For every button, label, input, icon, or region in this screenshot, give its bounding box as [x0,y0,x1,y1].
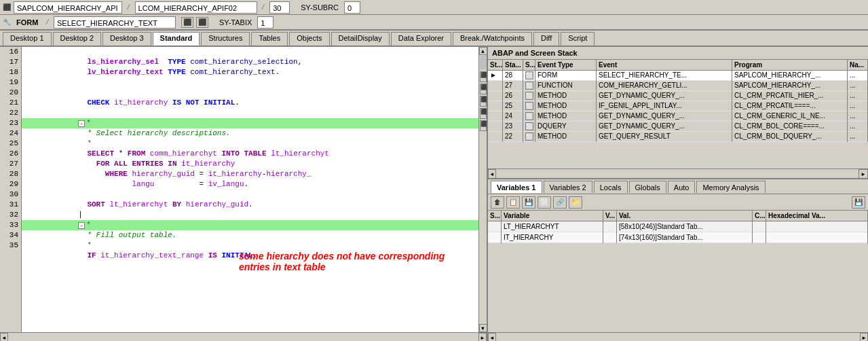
col-st: St... [488,60,503,71]
stack-row-27[interactable]: 27 ⬜ FUNCTION COM_HIERARCHY_GETLI... SAP… [488,81,868,91]
stack-hscrollbar[interactable]: ◄ ► [488,168,868,178]
tab-desktop1[interactable]: Desktop 1 [3,32,52,46]
expand-32[interactable]: - [78,222,85,229]
tab-script[interactable]: Script [561,32,595,46]
var-row0-hex [766,221,868,232]
tab-desktop3[interactable]: Desktop 3 [102,32,151,46]
h-scroll-right[interactable]: ► [478,333,487,341]
var-scroll-left[interactable]: ◄ [488,333,496,341]
var-btn-copy[interactable]: 📋 [506,196,520,209]
stack-row27-event: FUNCTION [535,80,597,91]
error-line-1: some hierarchy does not have correspondi… [239,251,445,262]
stack-row-25[interactable]: 25 ⬜ METHOD IF_GENIL_APPL_INTLAY... CL_C… [488,101,868,111]
var-tab-locals[interactable]: Locals [594,181,628,193]
stack-row-28[interactable]: ► 28 ⬜ FORM SELECT_HIERARCHY_TE... SAPLC… [488,71,868,81]
var-btn-save2[interactable]: 💾 [852,196,865,209]
toolbar-icon-1: ⬛ [3,3,11,12]
scroll-icon-3[interactable]: ⬛ [480,96,487,107]
variables-area: Variables 1 Variables 2 Locals Globals A… [488,179,868,341]
var-tabs: Variables 1 Variables 2 Locals Globals A… [488,179,868,194]
sy-subrc-value[interactable]: 0 [344,1,360,14]
stack-row-23[interactable]: 23 ⬜ DQUERY GET_DYNAMIC_QUERY_... CL_CRM… [488,122,868,132]
stack-row27-arrow [488,80,503,91]
error-line-2: entries in text table [239,262,445,272]
tab-desktop2[interactable]: Desktop 2 [53,32,102,46]
var-row-0[interactable]: LT_HIERARCHYT [58x10(246)]Standard Tab..… [488,221,868,232]
toolbar-icon-2: 🔧 [3,18,11,26]
tab-structures[interactable]: Structures [201,32,250,46]
scroll-icon-5[interactable]: ⬛ [480,120,487,131]
program-name[interactable]: SAPLCOM_HIERARCHY_API [14,1,122,14]
ln-32: 32 [0,210,18,220]
code-content[interactable]: ls_hierarchy_sel TYPE comt_hierarchy_sel… [22,47,478,332]
var-btn-folder[interactable]: 📁 [569,196,582,209]
stack-row28-event: FORM [535,70,597,81]
tab-tables[interactable]: Tables [251,32,288,46]
tab-objects[interactable]: Objects [289,32,329,46]
stack-row-24[interactable]: 24 ⬜ METHOD GET_DYNAMIC_QUERY_... CL_CRM… [488,111,868,122]
code-panel: 16 17 18 19 20 21 22 23 24 25 26 27 28 2… [0,47,488,341]
col-s: S... [523,60,535,71]
ln-21: 21 [0,98,18,108]
ln-19: 19 [0,77,18,88]
h-scroll-left[interactable]: ◄ [0,333,8,341]
icon-btn-2[interactable]: ⬛ [196,17,208,28]
stack-scroll-left[interactable]: ◄ [488,169,496,179]
expand-22[interactable]: - [78,120,85,127]
icon-btn-1[interactable]: ⬛ [181,17,193,28]
sep2: / [260,3,267,12]
var-tab-memoryanalysis[interactable]: Memory Analysis [696,181,765,193]
scroll-up-btn[interactable]: ▲ [479,47,487,55]
scroll-icon-4[interactable]: ⬛ [480,108,487,119]
col-sta: Sta... [503,60,523,71]
var-row1-v [603,232,617,243]
var-btn-box[interactable]: ⬜ [537,196,551,209]
scroll-icon-1[interactable]: ⬛ [480,71,487,82]
main-content: 16 17 18 19 20 21 22 23 24 25 26 27 28 2… [0,47,868,341]
var-tab-auto[interactable]: Auto [668,181,696,193]
tab-dataexplorer[interactable]: Data Explorer [391,32,451,46]
code-line-32: -* [22,210,478,220]
ln-20: 20 [0,88,18,98]
ln-18: 18 [0,67,18,77]
var-row-1[interactable]: IT_HIERARCHY [74x13(160)]Standard Tab... [488,232,868,243]
var-tab-globals[interactable]: Globals [629,181,666,193]
var-btn-delete[interactable]: 🗑 [491,196,504,209]
stack-row-22[interactable]: 22 ⬜ METHOD GET_QUERY_RESULT CL_CRM_BOL_… [488,132,868,142]
stack-scroll-right[interactable]: ► [858,169,868,179]
var-tab-variables2[interactable]: Variables 2 [544,181,592,193]
tab-detaildisplay[interactable]: DetailDisplay [331,32,390,46]
var-btn-link[interactable]: 🔗 [553,196,567,209]
scroll-down-btn[interactable]: ▼ [479,324,487,332]
var-btn-save1[interactable]: 💾 [522,196,535,209]
code-scrollbar-v[interactable]: ▲ ⬛ ⬛ ⬛ ⬛ ⬛ [478,47,487,332]
tab-diff[interactable]: Diff [533,32,559,46]
stack-row28-name: SELECT_HIERARCHY_TE... [597,70,732,81]
code-line-30: SORT lt_hierarchyt BY hierarchy_guid. [22,190,478,200]
ln-24: 24 [0,128,18,139]
var-table-header: S... Variable V... Val. C... Hexadecimal… [488,211,868,221]
stack-row27-prog: SAPLCOM_HIERARCHY_... [732,80,848,91]
line-number[interactable]: 30 [269,1,290,14]
var-col-val: Val. [617,211,753,221]
stack-row-26[interactable]: 26 ⬜ METHOD GET_DYNAMIC_QUERY_... CL_CRM… [488,91,868,101]
tab-bar: Desktop 1 Desktop 2 Desktop 3 Standard S… [0,31,868,47]
ln-28: 28 [0,169,18,179]
tab-watchpoints[interactable]: Break./Watchpoints [453,32,532,46]
form-name[interactable]: SELECT_HIERARCHY_TEXT [54,16,176,29]
stack-row27-name: COM_HIERARCHY_GETLI... [597,80,732,91]
ln-17: 17 [0,57,18,67]
code-area: 16 17 18 19 20 21 22 23 24 25 26 27 28 2… [0,47,487,332]
ln-34: 34 [0,230,18,240]
scroll-icon-2[interactable]: ⬛ [480,84,487,94]
line-numbers: 16 17 18 19 20 21 22 23 24 25 26 27 28 2… [0,47,22,332]
sy-tabix-value[interactable]: 1 [257,16,273,29]
stack-row28-arrow: ► [488,70,503,81]
code-line-20: CHECK it_hierarchy IS NOT INITIAL. [22,88,478,98]
var-hscrollbar[interactable]: ◄ ► [488,332,868,341]
var-tab-variables1[interactable]: Variables 1 [491,181,542,193]
include-name[interactable]: LCOM_HIERARCHY_APIF02 [135,1,257,14]
tab-standard[interactable]: Standard [153,32,200,46]
code-hscrollbar[interactable]: ◄ ► [0,332,487,341]
var-scroll-right[interactable]: ► [860,333,868,341]
